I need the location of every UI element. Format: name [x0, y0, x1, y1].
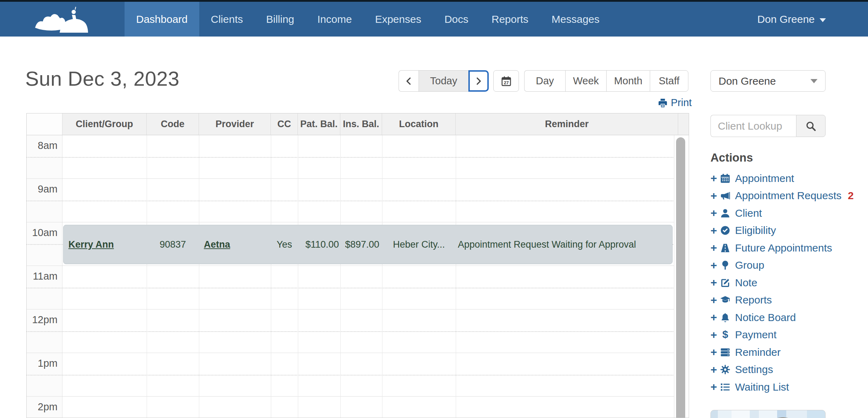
list-icon	[720, 382, 731, 392]
appointment-ins-bal: $897.00	[340, 239, 382, 250]
col-header-spacer	[678, 113, 689, 135]
print-label: Print	[671, 97, 692, 109]
graduation-cap-icon	[720, 295, 731, 305]
date-picker-button[interactable]: 27	[493, 70, 519, 92]
appointment-code: 90837	[147, 239, 199, 250]
action-client[interactable]: + Client	[710, 204, 865, 222]
nav-item-dashboard[interactable]: Dashboard	[125, 2, 199, 37]
action-settings[interactable]: + Settings	[710, 361, 865, 379]
appointment-provider-link[interactable]: Aetna	[204, 239, 230, 250]
promo-photo-card[interactable]	[710, 410, 826, 418]
action-label: Eligibility	[735, 224, 776, 236]
nav-item-messages[interactable]: Messages	[540, 2, 611, 37]
view-staff-button[interactable]: Staff	[650, 70, 688, 92]
view-month-button[interactable]: Month	[606, 70, 650, 92]
today-button[interactable]: Today	[419, 70, 468, 92]
hour-row-1pm[interactable]: 1pm	[27, 353, 689, 397]
nav-item-billing[interactable]: Billing	[254, 2, 306, 37]
caret-down-icon	[820, 18, 826, 22]
action-note[interactable]: + Note	[710, 274, 865, 292]
view-week-button[interactable]: Week	[565, 70, 606, 92]
action-label: Reminder	[735, 346, 781, 358]
page-title: Sun Dec 3, 2023	[25, 67, 180, 90]
plus-icon: +	[710, 241, 720, 254]
dollar-icon: $	[720, 329, 731, 340]
check-circle-icon	[720, 225, 731, 236]
nav-item-docs[interactable]: Docs	[433, 2, 480, 37]
schedule-header: Client/Group Code Provider CC Pat. Bal. …	[27, 113, 689, 135]
user-menu-label: Don Greene	[757, 13, 815, 25]
col-header-pat-bal: Pat. Bal.	[298, 113, 340, 135]
action-appointment[interactable]: + Appointment	[710, 170, 865, 187]
printer-icon	[657, 98, 668, 108]
time-label: 10am	[27, 227, 58, 239]
action-reminder[interactable]: + Reminder	[710, 344, 865, 361]
print-button[interactable]: Print	[657, 97, 692, 109]
action-label: Notice Board	[735, 312, 796, 324]
schedule-grid: 8am 9am 10am 11am 12pm 1pm	[27, 135, 689, 418]
col-header-client-group: Client/Group	[62, 113, 147, 135]
scrollbar-thumb[interactable]	[676, 137, 685, 418]
time-label: 11am	[27, 270, 58, 282]
appointment-client-link[interactable]: Kerry Ann	[68, 239, 114, 250]
nav-item-income[interactable]: Income	[306, 2, 363, 37]
plus-icon: +	[710, 207, 720, 220]
time-label: 1pm	[27, 358, 58, 369]
bell-icon	[720, 312, 731, 323]
action-reports[interactable]: + Reports	[710, 292, 865, 309]
action-label: Reports	[735, 294, 772, 306]
hour-row-9am[interactable]: 9am	[27, 179, 689, 222]
col-header-reminder: Reminder	[456, 113, 678, 135]
action-eligibility[interactable]: + Eligibility	[710, 222, 865, 240]
action-label: Client	[735, 207, 762, 219]
actions-list: + Appointment + App	[710, 170, 865, 396]
half-hour-line	[27, 288, 673, 288]
action-label: Waiting List	[735, 381, 789, 393]
calendar-picker-icon: 27	[501, 76, 512, 87]
action-group[interactable]: + Group	[710, 257, 865, 274]
col-header-code: Code	[147, 113, 199, 135]
tree-icon	[720, 260, 731, 270]
time-label: 8am	[27, 140, 58, 151]
half-hour-line	[27, 157, 673, 158]
hour-row-12pm[interactable]: 12pm	[27, 309, 689, 353]
hour-row-8am[interactable]: 8am	[27, 135, 689, 179]
plus-icon: +	[710, 224, 720, 237]
client-lookup-search-button[interactable]	[796, 115, 826, 137]
nav-item-clients[interactable]: Clients	[199, 2, 255, 37]
plus-icon: +	[710, 189, 720, 202]
mountain-logo-icon[interactable]	[32, 6, 95, 34]
server-icon	[720, 347, 731, 358]
appointment-block[interactable]: Kerry Ann 90837 Aetna Yes $110.00 $897.0…	[63, 225, 673, 264]
action-label: Appointment Requests	[735, 190, 842, 202]
grid-line	[298, 135, 298, 418]
view-switch-group: Day Week Month Staff	[524, 70, 688, 92]
grid-line	[271, 135, 271, 418]
action-payment[interactable]: + $ Payment	[710, 326, 865, 344]
gear-icon	[720, 364, 731, 375]
action-notice-board[interactable]: + Notice Board	[710, 309, 865, 326]
nav-item-reports[interactable]: Reports	[480, 2, 540, 37]
hour-row-11am[interactable]: 11am	[27, 266, 689, 309]
next-day-button[interactable]	[468, 70, 489, 92]
clinician-select-value: Don Greene	[719, 75, 776, 87]
hour-row-2pm[interactable]: 2pm	[27, 397, 689, 418]
action-future-appointments[interactable]: + Future Appointments	[710, 239, 865, 257]
road-icon	[720, 243, 731, 253]
clinician-select[interactable]: Don Greene	[710, 70, 826, 92]
action-label: Note	[735, 277, 757, 289]
action-appointment-requests[interactable]: + Appointment Requests 2	[710, 187, 865, 205]
user-icon	[720, 208, 731, 218]
col-header-ins-bal: Ins. Bal.	[340, 113, 382, 135]
client-lookup-input[interactable]	[710, 115, 796, 137]
time-label: 12pm	[27, 314, 58, 326]
plus-icon: +	[710, 328, 720, 341]
prev-day-button[interactable]	[399, 70, 419, 92]
client-lookup	[710, 115, 826, 137]
action-waiting-list[interactable]: + Waiting List	[710, 378, 865, 396]
calendar-icon	[720, 173, 731, 184]
view-day-button[interactable]: Day	[524, 70, 565, 92]
user-menu[interactable]: Don Greene	[757, 2, 826, 37]
nav-item-expenses[interactable]: Expenses	[363, 2, 433, 37]
action-label: Settings	[735, 364, 773, 375]
